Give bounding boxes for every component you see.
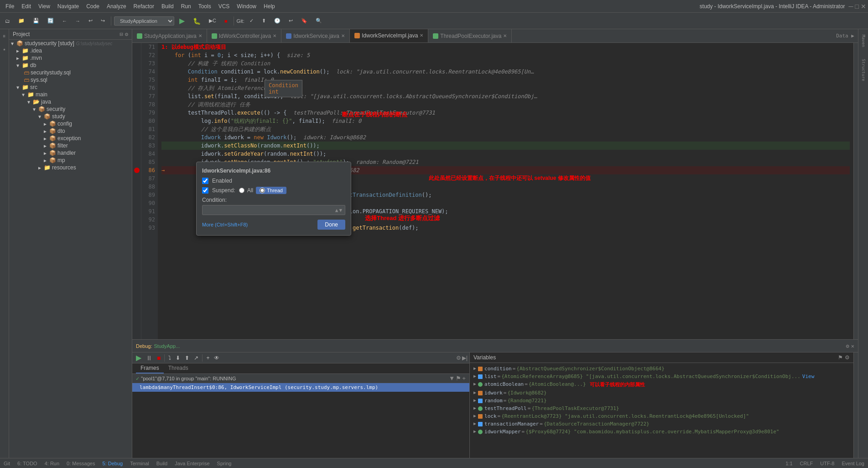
threads-tab[interactable]: Threads — [164, 363, 193, 373]
menu-refactor[interactable]: Refactor — [130, 2, 158, 11]
var-list[interactable]: ▶ list = {AtomicReferenceArray@8685} "[j… — [472, 373, 852, 380]
tree-filter[interactable]: ▶ 📦 filter — [9, 142, 132, 149]
suspend-thread-radio[interactable] — [260, 188, 265, 193]
tree-main[interactable]: ▼ 📁 main — [9, 91, 132, 98]
menu-analyze[interactable]: Analyze — [103, 2, 130, 11]
spring-status[interactable]: Spring — [217, 461, 232, 466]
pause-button[interactable]: ⏸ — [144, 354, 154, 362]
tab-study-application[interactable]: StudyApplication.java ✕ — [132, 29, 207, 43]
debug-app-label[interactable]: StudyApp... — [154, 343, 180, 349]
debug-settings-icon[interactable]: ⚙ — [846, 343, 849, 349]
close-button[interactable]: ✕ — [861, 3, 866, 10]
var-random[interactable]: ▶ random = {Random@7221} — [472, 397, 852, 405]
sync-button[interactable]: 🔄 — [44, 16, 57, 25]
maven-icon[interactable]: Maven — [861, 35, 866, 47]
bookmark-button[interactable]: 🔖 — [298, 16, 311, 25]
var-testthreadpoll[interactable]: ▶ testThreadPoll = {ThreadPoolTaskExecut… — [472, 405, 852, 412]
tree-src[interactable]: ▼ 📁 src — [9, 84, 132, 91]
tree-resources[interactable]: ▶ 📁 resources — [9, 164, 132, 171]
git-update-button[interactable]: ✓ — [246, 16, 257, 25]
frames-tab[interactable]: Frames — [136, 363, 164, 373]
breakpoint-dot[interactable] — [134, 168, 140, 173]
tree-java[interactable]: ▼ 📂 java — [9, 98, 132, 105]
minimize-button[interactable]: ─ — [849, 3, 853, 10]
tree-security-sql[interactable]: 🗃 securitystudy.sql — [9, 69, 132, 76]
add-thread-button[interactable]: + — [462, 375, 466, 382]
crlf-status[interactable]: CRLF — [800, 461, 813, 466]
run-button[interactable]: ▶ — [176, 15, 188, 26]
structure-right-icon[interactable]: Structure — [861, 59, 866, 81]
build-status[interactable]: Build — [156, 461, 167, 466]
structure-icon[interactable]: ≡ — [2, 35, 7, 37]
tree-dto[interactable]: ▶ 📦 dto — [9, 127, 132, 135]
thread-selected-badge[interactable]: Thread — [256, 187, 286, 194]
maximize-button[interactable]: □ — [855, 3, 859, 10]
tab-close-icon[interactable]: ✕ — [198, 33, 202, 38]
run-with-coverage-button[interactable]: ▶C — [206, 16, 219, 25]
evaluate-button[interactable]: + — [204, 355, 211, 361]
todo-status[interactable]: 6: TODO — [17, 461, 37, 466]
view-link[interactable]: View — [802, 373, 815, 379]
git-status[interactable]: Git — [4, 461, 10, 466]
find-button[interactable]: 🔍 — [312, 16, 325, 25]
tree-db[interactable]: ▼ 📁 db — [9, 62, 132, 69]
vars-filter-button[interactable]: ⚑ — [838, 354, 843, 361]
tree-idea[interactable]: ▶ 📁 .idea — [9, 47, 132, 54]
tree-study[interactable]: ▼ 📦 study — [9, 113, 132, 120]
tree-handler[interactable]: ▶ 📦 handler — [9, 149, 132, 157]
menu-view[interactable]: View — [35, 2, 54, 11]
menu-file[interactable]: File — [2, 2, 18, 11]
event-log-status[interactable]: Event Log — [842, 461, 864, 466]
tree-sys-sql[interactable]: 🗃 sys.sql — [9, 76, 132, 84]
java-enterprise-status[interactable]: Java Enterprise — [175, 461, 209, 466]
vars-scrollbar[interactable] — [853, 352, 858, 458]
encoding-status[interactable]: UTF-8 — [820, 461, 834, 466]
tab-close-icon[interactable]: ✕ — [503, 33, 507, 38]
resume-button[interactable]: ▶ — [134, 353, 143, 362]
more-link[interactable]: More (Ctrl+Shift+F8) — [202, 222, 248, 227]
condition-input[interactable] — [205, 207, 335, 213]
sidebar-layout-button[interactable]: ⊟ — [120, 31, 123, 37]
watches-button[interactable]: 👁 — [212, 355, 221, 361]
stop-button[interactable]: ■ — [221, 17, 231, 25]
var-condition[interactable]: ▶ condition = {AbstractQueuedSynchronize… — [472, 365, 852, 373]
step-over-button[interactable]: ⤵ — [166, 355, 173, 361]
stop-debug-button[interactable]: ■ — [155, 354, 162, 362]
editor-scrollbar[interactable] — [853, 43, 858, 339]
debug-close-icon[interactable]: ✕ — [851, 343, 854, 349]
messages-status[interactable]: 0: Messages — [67, 461, 95, 466]
git-commit-button[interactable]: ⬆ — [259, 16, 269, 25]
var-idwork[interactable]: ▶ idwork = {Idwork@8682} — [472, 389, 852, 397]
menu-edit[interactable]: Edit — [18, 2, 35, 11]
condition-expand-icon[interactable]: ▲ — [335, 207, 338, 213]
favorites-icon[interactable]: ★ — [2, 47, 7, 52]
menu-build[interactable]: Build — [158, 2, 177, 11]
tree-exception[interactable]: ▶ 📦 exception — [9, 135, 132, 142]
tree-root[interactable]: ▼ 📦 studysecurity [study] G:\study\study… — [9, 40, 132, 47]
suspend-all-radio[interactable] — [239, 188, 244, 193]
selected-frame[interactable]: lambda$manyThreadInsert$0:86, IdworkServ… — [132, 383, 469, 392]
step-into-button[interactable]: ⬇ — [174, 355, 182, 361]
vars-settings-button[interactable]: ⚙ — [845, 354, 850, 361]
settings-button[interactable]: ▶| — [462, 355, 468, 361]
menu-tools[interactable]: Tools — [195, 2, 215, 11]
undo-button[interactable]: ↩ — [85, 16, 96, 25]
menu-run[interactable]: Run — [177, 2, 195, 11]
terminal-status[interactable]: Terminal — [130, 461, 149, 466]
done-button[interactable]: Done — [317, 220, 345, 230]
git-history-button[interactable]: 🕐 — [271, 16, 284, 25]
tree-security[interactable]: ▼ 📦 security — [9, 105, 132, 113]
tab-close-icon[interactable]: ✕ — [420, 33, 423, 38]
menu-navigate[interactable]: Navigate — [54, 2, 83, 11]
menu-window[interactable]: Window — [233, 2, 260, 11]
bp-suspend-checkbox[interactable] — [202, 187, 208, 194]
new-project-button[interactable]: 🗂 — [2, 17, 13, 25]
git-rollback-button[interactable]: ↩ — [286, 16, 296, 25]
tab-idwork-service[interactable]: IdworkService.java ✕ — [281, 29, 350, 43]
gutter-86[interactable] — [132, 166, 141, 174]
condition-dropdown-icon[interactable]: ▼ — [339, 207, 342, 213]
tree-mp[interactable]: ▶ 📦 mp — [9, 157, 132, 164]
run-status[interactable]: 4: Run — [45, 461, 59, 466]
debug-status[interactable]: 5: Debug — [102, 461, 123, 466]
var-lock[interactable]: ▶ lock = {ReentrantLock@7723} "java.util… — [472, 412, 852, 420]
